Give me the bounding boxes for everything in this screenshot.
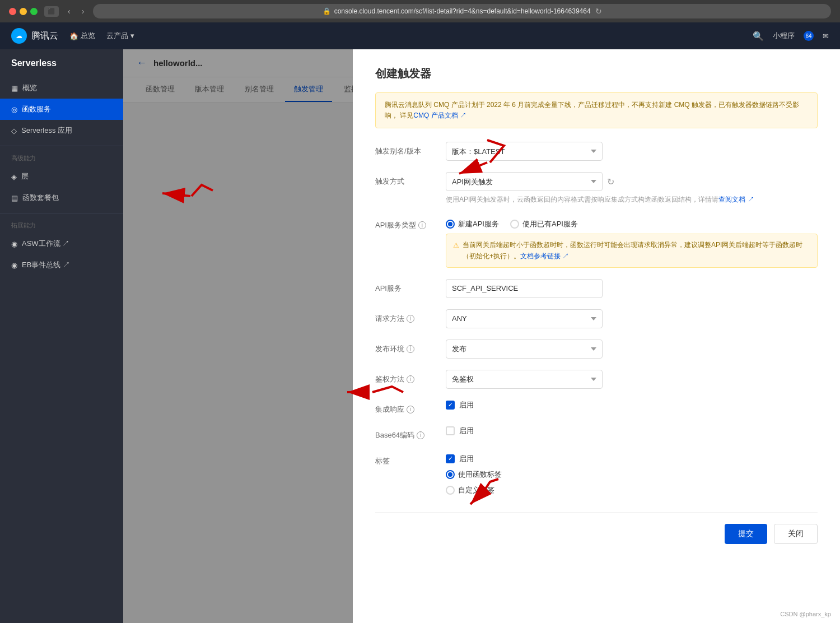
search-icon[interactable]: 🔍 <box>753 31 764 41</box>
warning-doc-link[interactable]: 文档参考链接 ↗ <box>520 252 569 260</box>
sidebar-item-serverless-app[interactable]: ◇ Serverless 应用 <box>0 120 123 141</box>
notification-badge[interactable]: 64 <box>804 31 814 41</box>
api-service-label: API服务 <box>375 279 437 294</box>
layer-icon: ◈ <box>11 173 17 181</box>
submit-button[interactable]: 提交 <box>725 524 767 544</box>
api-type-info-icon[interactable]: i <box>418 221 426 229</box>
base64-checkbox[interactable]: 启用 <box>446 426 818 436</box>
mail-icon[interactable]: ✉ <box>823 32 829 40</box>
sidebar-item-eb[interactable]: ◉ EB事件总线 ↗ <box>0 254 123 276</box>
sidebar-item-asw[interactable]: ◉ ASW工作流 ↗ <box>0 233 123 254</box>
cmq-doc-link[interactable]: CMQ 产品文档 ↗ <box>413 111 466 119</box>
notice-bar: 腾讯云消息队列 CMQ 产品计划于 2022 年 6 月前完成全量下线，产品迁移… <box>375 92 818 128</box>
sidebar-brand: Serverless <box>0 49 123 77</box>
browser-chrome: ⬛ ‹ › 🔒 console.cloud.tencent.com/scf/li… <box>0 0 840 22</box>
close-button[interactable]: 关闭 <box>774 524 818 544</box>
reload-btn[interactable]: ↻ <box>595 7 602 16</box>
radio-custom-tags-circle <box>446 486 455 495</box>
publish-env-info-icon[interactable]: i <box>407 345 414 353</box>
function-icon: ◎ <box>11 105 17 114</box>
base64-info-icon[interactable]: i <box>417 431 424 439</box>
advanced-section-label: 高级能力 <box>0 151 123 166</box>
doc-link[interactable]: 查阅文档 ↗ <box>718 196 754 203</box>
integrated-response-checkbox[interactable]: 启用 <box>446 400 818 410</box>
maximize-window-btn[interactable] <box>30 8 38 15</box>
auth-method-select[interactable]: 免鉴权 <box>446 370 603 389</box>
base64-label: Base64编码 i <box>375 426 437 440</box>
address-bar[interactable]: 🔒 console.cloud.tencent.com/scf/list-det… <box>93 4 831 18</box>
tags-enable-checkbox[interactable]: 启用 <box>446 454 818 464</box>
api-service-type-label: API服务类型 i <box>375 216 437 230</box>
main-layout: Serverless ▦ 概览 ◎ 函数服务 ◇ Serverless 应用 高… <box>0 49 840 623</box>
content-area: ← helloworld... 函数管理 版本管理 别名管理 触发管理 监控信息… <box>123 49 840 623</box>
trigger-alias-control: 版本：$LATEST <box>446 142 818 161</box>
api-service-input[interactable] <box>446 279 603 298</box>
request-method-control: ANY <box>446 309 818 328</box>
auth-method-label: 鉴权方法 i <box>375 370 437 384</box>
sidebar-item-functions[interactable]: ◎ 函数服务 <box>0 99 123 120</box>
form-row-publish-env: 发布环境 i 发布 <box>375 340 818 359</box>
trigger-type-select[interactable]: API网关触发 <box>446 172 603 191</box>
radio-custom-tags[interactable]: 自定义标签 <box>446 485 818 495</box>
form-footer: 提交 关闭 <box>375 512 818 544</box>
radio-function-tags-circle <box>446 470 455 479</box>
request-method-select[interactable]: ANY <box>446 309 603 328</box>
base64-checkbox-box <box>446 426 455 435</box>
sidebar-item-overview[interactable]: ▦ 概览 <box>0 77 123 99</box>
integrated-response-label: 集成响应 i <box>375 400 437 415</box>
form-row-integrated-response: 集成响应 i 启用 <box>375 400 818 415</box>
forward-nav-btn[interactable]: › <box>80 4 87 18</box>
close-window-btn[interactable] <box>9 8 16 15</box>
form-row-trigger-alias: 触发别名/版本 版本：$LATEST <box>375 142 818 161</box>
top-nav: ☁ 腾讯云 🏠 总览 云产品 ▾ 🔍 小程序 64 ✉ <box>0 22 840 49</box>
sidebar-item-layers[interactable]: ◈ 层 <box>0 166 123 187</box>
app-icon: ◇ <box>11 127 17 135</box>
integrated-response-info-icon[interactable]: i <box>407 406 414 413</box>
mini-program-link[interactable]: 小程序 <box>773 31 795 41</box>
radio-existing-api[interactable]: 使用已有API服务 <box>510 219 578 229</box>
trigger-alias-select[interactable]: 版本：$LATEST <box>446 142 603 161</box>
trigger-alias-label: 触发别名/版本 <box>375 142 437 156</box>
auth-method-info-icon[interactable]: i <box>407 375 414 383</box>
eb-icon: ◉ <box>11 261 17 269</box>
trigger-type-label: 触发方式 <box>375 172 437 187</box>
api-warning-row: ⚠ 当前网关后端超时小于函数超时时，函数运行时可能会出现请求取消异常，建议调整A… <box>446 234 818 267</box>
watermark: CSDN @pharx_kp <box>780 611 831 617</box>
modal-panel: 创建触发器 腾讯云消息队列 CMQ 产品计划于 2022 年 6 月前完成全量下… <box>353 49 840 623</box>
grid-icon: ▦ <box>11 84 18 92</box>
auth-method-control: 免鉴权 <box>446 370 818 389</box>
package-icon: ▤ <box>11 194 18 202</box>
modal-overlay: 创建触发器 腾讯云消息队列 CMQ 产品计划于 2022 年 6 月前完成全量下… <box>123 49 840 623</box>
extension-section-label: 拓展能力 <box>0 218 123 233</box>
radio-existing-api-circle <box>510 220 519 229</box>
form-row-auth-method: 鉴权方法 i 免鉴权 <box>375 370 818 389</box>
form-row-request-method: 请求方法 i ANY <box>375 309 818 328</box>
sidebar: Serverless ▦ 概览 ◎ 函数服务 ◇ Serverless 应用 高… <box>0 49 123 623</box>
publish-env-control: 发布 <box>446 340 818 359</box>
sidebar-item-packages[interactable]: ▤ 函数套餐包 <box>0 187 123 208</box>
logo: ☁ 腾讯云 <box>11 28 58 44</box>
products-nav[interactable]: 云产品 ▾ <box>106 31 134 41</box>
warning-icon: ⚠ <box>453 240 459 251</box>
modal-title: 创建触发器 <box>375 66 818 81</box>
radio-use-function-tags[interactable]: 使用函数标签 <box>446 469 818 480</box>
refresh-icon[interactable]: ↻ <box>607 176 614 187</box>
integrated-response-checkbox-box <box>446 401 455 410</box>
back-nav-btn[interactable]: ‹ <box>66 4 73 18</box>
request-method-info-icon[interactable]: i <box>407 315 414 323</box>
radio-new-api-circle <box>446 220 455 229</box>
publish-env-select[interactable]: 发布 <box>446 340 603 359</box>
api-service-type-control: 新建API服务 使用已有API服务 ⚠ 当前网关后端超时小于函数超时时，函数运行… <box>446 216 818 267</box>
minimize-window-btn[interactable] <box>20 8 27 15</box>
radio-new-api[interactable]: 新建API服务 <box>446 219 499 229</box>
asw-icon: ◉ <box>11 240 17 248</box>
nav-right: 🔍 小程序 64 ✉ <box>753 31 829 41</box>
publish-env-label: 发布环境 i <box>375 340 437 354</box>
lock-icon: 🔒 <box>323 7 331 15</box>
form-row-api-service-type: API服务类型 i 新建API服务 使用已有API服务 <box>375 216 818 267</box>
api-service-type-radio-group: 新建API服务 使用已有API服务 <box>446 216 818 229</box>
window-layout-btn[interactable]: ⬛ <box>44 6 59 17</box>
logo-icon: ☁ <box>11 28 27 44</box>
form-row-tags: 标签 启用 使用函数标签 <box>375 452 818 495</box>
home-nav[interactable]: 🏠 总览 <box>69 31 95 41</box>
